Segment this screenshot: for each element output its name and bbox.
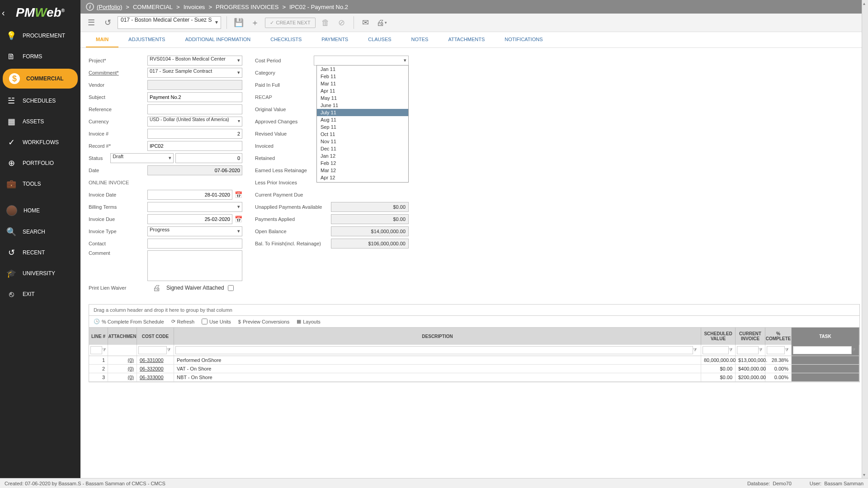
dropdown-option[interactable]: May 12 — [317, 181, 408, 183]
dropdown-option[interactable]: Apr 11 — [317, 87, 408, 94]
funnel-icon[interactable]: ⧩ — [852, 347, 858, 353]
calendar-icon[interactable]: 📅 — [234, 216, 242, 223]
tab-adjustments[interactable]: ADJUSTMENTS — [118, 32, 175, 47]
dropdown-option[interactable]: Apr 12 — [317, 174, 408, 181]
currency-select[interactable]: USD - Dollar (United States of America) — [147, 117, 242, 127]
sidebar-item-search[interactable]: 🔍SEARCH — [0, 221, 80, 242]
sidebar-item-forms[interactable]: 🗎FORMS — [0, 46, 80, 67]
save-icon[interactable]: 💾 — [232, 16, 245, 29]
cancel-icon[interactable]: ⊘ — [335, 16, 348, 29]
group-by-bar[interactable]: Drag a column header and drop it here to… — [89, 305, 859, 316]
preview-button[interactable]: $Preview Conversions — [238, 319, 289, 324]
info-icon[interactable]: i — [86, 3, 94, 11]
filter-code[interactable] — [138, 346, 167, 354]
sidebar-item-workflows[interactable]: ✓WORKFLOWS — [0, 132, 80, 153]
table-row[interactable]: 1(0)06-331000Performed OnShore80,000,000… — [89, 356, 859, 365]
print-icon[interactable]: 🖨 — [153, 283, 161, 293]
mail-icon[interactable]: ✉ — [359, 16, 372, 29]
funnel-icon[interactable]: ⧩ — [729, 347, 734, 353]
tab-additional-info[interactable]: ADDITIONAL INFORMATION — [175, 32, 260, 47]
funnel-icon[interactable]: ⧩ — [759, 347, 764, 353]
col-scheduled[interactable]: SCHEDULED VALUE — [701, 328, 736, 345]
breadcrumb-item[interactable]: Invoices — [184, 4, 205, 10]
comment-textarea[interactable] — [147, 250, 242, 281]
filter-curr[interactable] — [737, 346, 759, 354]
tab-checklists[interactable]: CHECKLISTS — [260, 32, 311, 47]
funnel-icon[interactable]: ⧩ — [102, 347, 106, 353]
sidebar-item-assets[interactable]: ▦ASSETS — [0, 111, 80, 132]
history-icon[interactable]: ↺ — [101, 16, 114, 29]
scrollbar[interactable] — [862, 0, 868, 478]
print-icon[interactable]: 🖨▾ — [376, 16, 388, 29]
tab-clauses[interactable]: CLAUSES — [358, 32, 401, 47]
add-icon[interactable]: ＋ — [249, 16, 261, 29]
invoice-due-input[interactable] — [147, 214, 232, 224]
invoice-date-input[interactable] — [147, 190, 232, 200]
filter-line[interactable] — [90, 346, 102, 354]
filter-sched[interactable] — [703, 346, 729, 354]
billing-terms-select[interactable] — [147, 202, 242, 212]
use-units-checkbox[interactable]: Use Units — [202, 319, 231, 324]
tab-notifications[interactable]: NOTIFICATIONS — [495, 32, 552, 47]
breadcrumb-portfolio[interactable]: (Portfolio) — [97, 4, 122, 10]
signed-waiver-checkbox[interactable] — [228, 285, 234, 291]
sidebar-item-tools[interactable]: 💼TOOLS — [0, 174, 80, 194]
dropdown-option[interactable]: Aug 11 — [317, 116, 408, 123]
contact-input[interactable] — [147, 239, 242, 249]
back-arrow-icon[interactable]: ‹ — [2, 8, 5, 18]
funnel-icon[interactable]: ⧩ — [785, 347, 790, 353]
tab-attachments[interactable]: ATTACHMENTS — [438, 32, 495, 47]
tab-payments[interactable]: PAYMENTS — [311, 32, 358, 47]
project-selector[interactable]: 017 - Boston Medical Center - Suez S — [118, 16, 221, 29]
refresh-button[interactable]: ⟳Refresh — [171, 319, 195, 324]
breadcrumb-item[interactable]: COMMERCIAL — [133, 4, 173, 10]
delete-icon[interactable]: 🗑 — [319, 16, 332, 29]
filter-desc[interactable] — [175, 346, 693, 354]
dropdown-option[interactable]: May 11 — [317, 94, 408, 102]
create-next-button[interactable]: ✓CREATE NEXT — [265, 18, 315, 28]
status-select[interactable]: Draft — [110, 153, 174, 163]
col-complete[interactable]: % COMPLETE — [765, 328, 792, 345]
dropdown-option[interactable]: July 11 — [317, 109, 408, 116]
col-description[interactable]: DESCRIPTION — [174, 328, 701, 345]
dropdown-option[interactable]: Sep 11 — [317, 123, 408, 131]
pct-complete-button[interactable]: 🕓% Complete From Schedule — [94, 319, 164, 324]
invoice-num-input[interactable] — [147, 129, 242, 139]
col-line[interactable]: LINE # — [89, 328, 108, 345]
record-input[interactable] — [147, 141, 242, 151]
commitment-label[interactable]: Commitment — [89, 70, 147, 75]
funnel-icon[interactable]: ⧩ — [693, 347, 699, 353]
status-num-input[interactable] — [175, 153, 242, 163]
dropdown-option[interactable]: Jan 11 — [317, 66, 408, 73]
layouts-button[interactable]: ▦Layouts — [297, 319, 321, 324]
table-row[interactable]: 3(0)06-333000NBT - On Shore$0.00$200,000… — [89, 373, 859, 382]
sidebar-item-schedules[interactable]: ☱SCHEDULES — [0, 90, 80, 111]
sidebar-item-home[interactable]: HOME — [0, 200, 80, 221]
dropdown-option[interactable]: Dec 11 — [317, 145, 408, 152]
dropdown-option[interactable]: Feb 11 — [317, 73, 408, 80]
col-task[interactable]: TASK — [792, 328, 859, 345]
dropdown-option[interactable]: June 11 — [317, 102, 408, 109]
filter-comp[interactable] — [767, 346, 785, 354]
col-cost-code[interactable]: COST CODE — [137, 328, 174, 345]
cost-period-dropdown[interactable]: Jan 11Feb 11Mar 11Apr 11May 11June 11Jul… — [316, 65, 409, 183]
col-current-invoice[interactable]: CURRENT INVOICE — [736, 328, 765, 345]
dropdown-option[interactable]: Mar 11 — [317, 80, 408, 87]
tab-main[interactable]: MAIN — [86, 32, 118, 47]
sidebar-item-portfolio[interactable]: ⊕PORTFOLIO — [0, 153, 80, 174]
dropdown-option[interactable]: Nov 11 — [317, 138, 408, 145]
col-attachments[interactable]: ATTACHMEN — [108, 328, 137, 345]
reference-input[interactable] — [147, 104, 242, 114]
subject-input[interactable] — [147, 92, 242, 102]
tab-notes[interactable]: NOTES — [401, 32, 439, 47]
dropdown-option[interactable]: Mar 12 — [317, 167, 408, 174]
filter-task[interactable] — [793, 346, 852, 354]
cost-period-select[interactable] — [314, 56, 409, 66]
calendar-icon[interactable]: 📅 — [234, 191, 242, 198]
breadcrumb-item[interactable]: PROGRESS INVOICES — [216, 4, 278, 10]
dropdown-option[interactable]: Oct 11 — [317, 131, 408, 138]
funnel-icon[interactable]: ⧩ — [167, 347, 172, 353]
sidebar-item-exit[interactable]: ⎋EXIT — [0, 284, 80, 305]
commitment-select[interactable]: 017 - Suez Sample Contract — [147, 68, 242, 78]
sidebar-item-commercial[interactable]: $COMMERCIAL — [3, 69, 78, 89]
